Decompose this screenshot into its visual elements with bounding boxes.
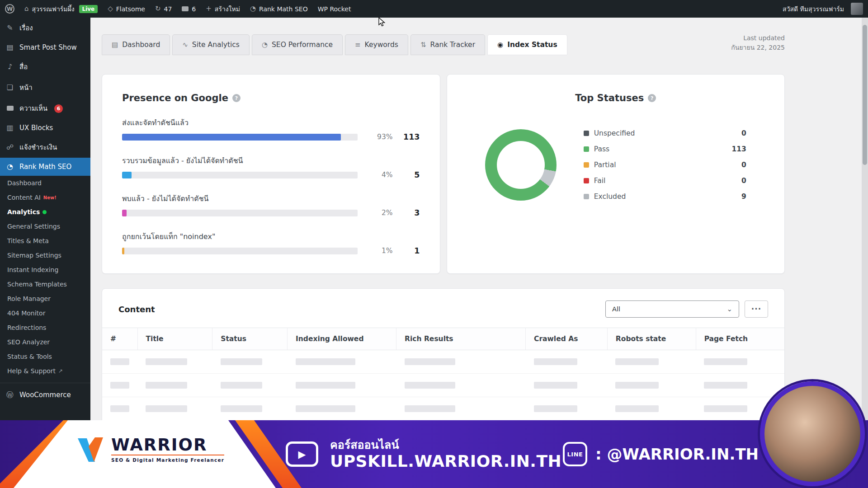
sidebar-subitem-404-monitor[interactable]: 404 Monitor (0, 306, 90, 320)
play-glyph: ▶ (298, 449, 306, 460)
legend-label: Pass (594, 145, 609, 153)
tab-index-status[interactable]: ◉ Index Status (487, 34, 567, 55)
new-badge: New! (43, 195, 57, 200)
legend-count: 113 (731, 145, 746, 153)
card-title: Top Statuses (575, 93, 644, 103)
sidebar-subitem-sitemap-settings[interactable]: Sitemap Settings (0, 248, 90, 263)
progress-fill (122, 134, 341, 141)
column-header[interactable]: Indexing Allowed (288, 328, 396, 350)
sidebar-subitem-analytics[interactable]: Analytics (0, 205, 90, 219)
course-label: คอร์สออนไลน์ (330, 438, 561, 452)
tab-keywords[interactable]: ≡ Keywords (345, 34, 408, 55)
dashboard-icon: ▤ (112, 42, 118, 48)
sidebar-subitem-status-tools[interactable]: Status & Tools (0, 349, 90, 364)
sidebar-subitem-redirections[interactable]: Redirections (0, 320, 90, 335)
line-handle: : @WARRIOR.IN.TH (595, 445, 759, 463)
tab-label: Index Status (507, 41, 557, 49)
chevron-down-icon: ⌄ (726, 305, 732, 313)
sidebar-item-woocommerce[interactable]: Ⓦ WooCommerce (0, 386, 90, 404)
legend-count: 0 (741, 129, 746, 137)
skeleton-cell (146, 358, 187, 365)
progress-bar (122, 134, 358, 141)
tab-seo-performance[interactable]: ◔ SEO Performance (252, 34, 343, 55)
skeleton-cell (615, 382, 659, 389)
sidebar-item-payment[interactable]: ☍ แจ้งชำระเงิน (0, 137, 90, 158)
wordpress-menu[interactable]: W (0, 0, 19, 18)
sidebar-item-pages[interactable]: ❏ หน้า (0, 77, 90, 98)
content-title: Content (118, 305, 155, 314)
subitem-label: General Settings (7, 223, 60, 230)
table-row-loading (102, 374, 784, 397)
presence-row-label: พบแล้ว - ยังไม่ได้จัดทำดัชนี (122, 193, 420, 204)
sidebar-item-rank-math[interactable]: ◔ Rank Math SEO (0, 158, 90, 176)
updates-menu[interactable]: ↻ 47 (150, 0, 177, 18)
vertical-scrollbar[interactable] (862, 18, 868, 488)
sidebar-subitem-general-settings[interactable]: General Settings (0, 219, 90, 234)
subitem-label: Redirections (7, 324, 46, 331)
scrollbar-thumb[interactable] (863, 25, 867, 165)
column-header[interactable]: # (102, 328, 137, 350)
sidebar-item-label: ความเห็น (19, 103, 47, 114)
updates-count: 47 (164, 5, 172, 13)
content-filter-select[interactable]: All ⌄ (605, 300, 739, 318)
column-header[interactable]: Status (212, 328, 288, 350)
sidebar-item-label: Smart Post Show (19, 43, 77, 52)
column-header[interactable]: Page Fetch (696, 328, 784, 350)
sidebar-subitem-instant-indexing[interactable]: Instant Indexing (0, 263, 90, 277)
account-menu[interactable]: สวัสดี ทีมสุวรรณฟาร์ม (778, 0, 868, 18)
flatsome-label: Flatsome (116, 5, 145, 13)
tab-dashboard[interactable]: ▤ Dashboard (102, 34, 170, 55)
mouse-cursor (378, 17, 387, 29)
sidebar-subitem-dashboard[interactable]: Dashboard (0, 176, 90, 190)
legend-row: Unspecified 0 (584, 129, 746, 137)
sidebar-subitem-titles-meta[interactable]: Titles & Meta (0, 234, 90, 248)
legend-label: Fail (594, 177, 606, 185)
help-icon[interactable]: ? (232, 94, 241, 102)
new-content-menu[interactable]: + สร้างใหม่ (201, 0, 245, 18)
content-table: # Title Status Indexing Allowed Rich Res… (102, 328, 784, 421)
site-name-link[interactable]: ⌂ สุวรรณฟาร์มผึ้ง Live (19, 0, 103, 18)
sidebar-subitem-role-manager[interactable]: Role Manager (0, 291, 90, 306)
legend-swatch (584, 194, 589, 199)
presence-row: พบแล้ว - ยังไม่ได้จัดทำดัชนี 2% 3 (122, 193, 420, 217)
sidebar-subitem-schema-templates[interactable]: Schema Templates (0, 277, 90, 291)
subitem-label: 404 Monitor (7, 310, 45, 317)
tab-site-analytics[interactable]: ∿ Site Analytics (172, 34, 250, 55)
column-header[interactable]: Title (137, 328, 212, 350)
skeleton-cell (296, 358, 355, 365)
new-content-label: สร้างใหม่ (215, 4, 240, 14)
sidebar-item-comments[interactable]: ความเห็น 6 (0, 98, 90, 119)
tab-rank-tracker[interactable]: ⇅ Rank Tracker (410, 34, 485, 55)
presence-percent: 1% (358, 247, 393, 255)
more-options-button[interactable]: ··· (745, 300, 768, 318)
tab-label: Rank Tracker (430, 41, 475, 49)
column-header[interactable]: Crawled As (526, 328, 608, 350)
sidebar-subitem-help-support[interactable]: Help & Support ↗ (0, 364, 90, 378)
rank-math-toolbar-menu[interactable]: ◔ Rank Math SEO (245, 0, 313, 18)
progress-fill (122, 172, 132, 178)
last-updated-date: กันยายน 22, 2025 (731, 43, 785, 52)
flatsome-icon: ◇ (108, 5, 113, 12)
sidebar-subitem-seo-analyzer[interactable]: SEO Analyzer (0, 335, 90, 349)
wp-rocket-menu[interactable]: WP Rocket (313, 0, 356, 18)
sidebar-item-posts[interactable]: ✎ เรื่อง (0, 18, 90, 38)
sidebar-item-media[interactable]: ♪ สื่อ (0, 56, 90, 77)
progress-fill (122, 248, 124, 254)
column-header[interactable]: Robots state (607, 328, 696, 350)
avatar (851, 3, 863, 15)
legend-swatch (584, 146, 589, 152)
sidebar-item-label: WooCommerce (19, 391, 71, 399)
presence-count: 5 (393, 170, 420, 179)
legend-count: 0 (741, 177, 746, 185)
sidebar-item-smart-post-show[interactable]: ▤ Smart Post Show (0, 38, 90, 56)
flatsome-menu[interactable]: ◇ Flatsome (103, 0, 150, 18)
comments-menu[interactable]: 6 (177, 0, 201, 18)
plus-icon: + (206, 5, 212, 12)
sidebar-subitem-content-ai[interactable]: Content AI New! (0, 190, 90, 205)
column-header[interactable]: Rich Results (396, 328, 526, 350)
comments-icon (182, 6, 189, 11)
presence-row-label: ส่งและจัดทำดัชนีแล้ว (122, 117, 420, 128)
sidebar-item-ux-blocks[interactable]: ▥ UX Blocks (0, 119, 90, 137)
subitem-label: Status & Tools (7, 353, 52, 360)
help-icon[interactable]: ? (648, 94, 656, 102)
